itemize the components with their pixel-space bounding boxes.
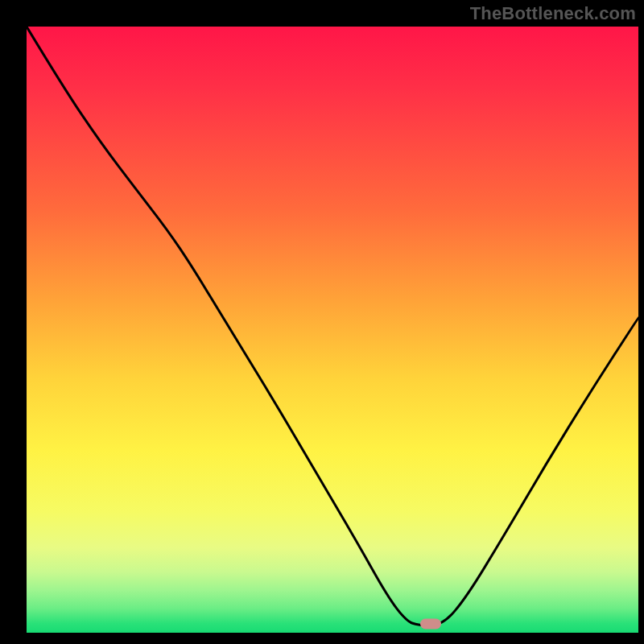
plot-area [27,27,638,633]
curve-svg [27,27,638,633]
bottleneck-curve-path [27,27,638,625]
watermark-text: TheBottleneck.com [470,3,636,24]
frame: TheBottleneck.com [0,0,644,644]
highlight-marker [420,618,441,629]
